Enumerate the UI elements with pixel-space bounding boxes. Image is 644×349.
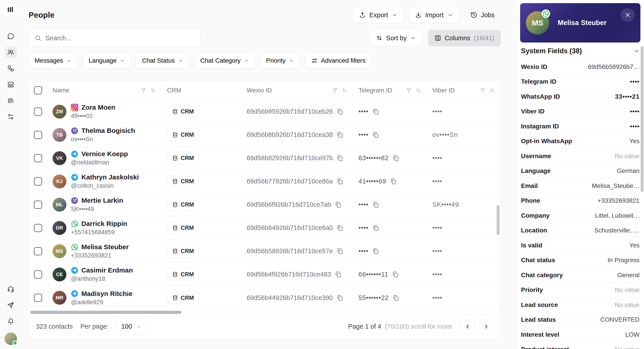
field-row-product-interest[interactable]: Product interest No value: [520, 342, 640, 349]
column-header-telegram-id[interactable]: Telegram ID: [353, 81, 427, 100]
table-row[interactable]: MR Madisyn Ritchie @adelle929 CRM 69d56b…: [29, 286, 501, 309]
field-row-telegram-id[interactable]: Telegram ID ••••: [520, 75, 640, 90]
search-box[interactable]: [28, 30, 200, 47]
sort-by-button[interactable]: Sort by: [370, 30, 422, 46]
field-row-opt-in-whatsapp[interactable]: Opt-in WhatsApp Yes: [520, 134, 640, 149]
crm-button[interactable]: CRM: [167, 198, 199, 211]
column-header-crm[interactable]: CRM: [162, 81, 241, 100]
nav-settings[interactable]: [5, 111, 16, 123]
jobs-button[interactable]: Jobs: [464, 7, 501, 23]
nav-library[interactable]: [5, 95, 16, 107]
field-row-lead-source[interactable]: Lead source No value: [520, 297, 640, 312]
sort-arrows-icon[interactable]: [341, 87, 348, 94]
row-checkbox[interactable]: [34, 108, 42, 116]
column-header-wexio-id[interactable]: Wexio ID: [241, 81, 353, 100]
crm-button[interactable]: CRM: [167, 291, 199, 304]
nav-broadcast[interactable]: [5, 299, 16, 311]
import-button[interactable]: Import: [408, 7, 460, 23]
app-logo[interactable]: [4, 4, 17, 17]
filter-chip-messages[interactable]: Messages: [28, 53, 78, 69]
copy-icon[interactable]: [336, 178, 344, 185]
columns-button[interactable]: Columns (16/41): [428, 30, 501, 46]
table-row[interactable]: TB Thelma Bogisich ov••••Sn CRM 69d56b8b…: [29, 123, 501, 147]
table-row[interactable]: VK Vernice Koepp @neldatillman CRM 69d56…: [29, 147, 501, 170]
copy-icon[interactable]: [392, 154, 400, 162]
filter-funnel-icon[interactable]: [332, 87, 338, 94]
filter-funnel-icon[interactable]: [406, 87, 412, 94]
sort-arrows-icon[interactable]: [150, 87, 156, 94]
filter-chip-chat-status[interactable]: Chat Status: [136, 53, 189, 69]
copy-icon[interactable]: [334, 201, 342, 208]
field-row-chat-status[interactable]: Chat status In Progress: [520, 253, 640, 268]
table-row[interactable]: DR Darrick Rippin +557415684859 CRM 69d5…: [29, 216, 501, 240]
copy-icon[interactable]: [334, 271, 342, 278]
panel-scrollbar-thumb[interactable]: [641, 46, 644, 192]
copy-icon[interactable]: [372, 108, 380, 115]
sort-arrows-icon[interactable]: [489, 87, 495, 94]
row-checkbox[interactable]: [34, 154, 42, 162]
field-row-instagram-id[interactable]: Instagram ID ••••: [520, 119, 640, 134]
column-header-viber-id[interactable]: Viber ID: [427, 81, 501, 100]
row-checkbox[interactable]: [34, 294, 42, 302]
field-row-viber-id[interactable]: Viber ID ••••: [520, 104, 640, 119]
copy-icon[interactable]: [392, 271, 399, 278]
table-row[interactable]: MS Melisa Steuber +33352693821 CRM 69d56…: [29, 240, 501, 263]
row-checkbox[interactable]: [34, 247, 42, 255]
column-header-name[interactable]: Name: [47, 81, 162, 100]
field-row-location[interactable]: Location Schusterville, …: [520, 223, 640, 238]
copy-icon[interactable]: [372, 201, 380, 208]
row-checkbox[interactable]: [34, 224, 42, 232]
vertical-scrollbar-thumb[interactable]: [497, 205, 500, 235]
search-input[interactable]: [46, 35, 194, 42]
row-checkbox[interactable]: [34, 270, 42, 278]
filter-chip-language[interactable]: Language: [83, 53, 131, 69]
copy-icon[interactable]: [372, 247, 380, 255]
export-button[interactable]: Export: [353, 7, 404, 23]
table-row[interactable]: ML Mertie Larkin SK••••49 CRM 69d56b6f92…: [29, 193, 501, 216]
field-row-priority[interactable]: Priority No value: [520, 283, 640, 298]
nav-notifications[interactable]: [5, 315, 16, 327]
nav-support[interactable]: [5, 283, 16, 295]
horizontal-scrollbar[interactable]: [29, 309, 501, 315]
nav-chats[interactable]: [5, 31, 16, 42]
copy-icon[interactable]: [390, 178, 397, 185]
crm-button[interactable]: CRM: [167, 245, 199, 257]
filter-funnel-icon[interactable]: [480, 87, 486, 94]
copy-icon[interactable]: [336, 247, 344, 255]
crm-button[interactable]: CRM: [167, 222, 199, 234]
crm-button[interactable]: CRM: [167, 129, 199, 141]
field-row-email[interactable]: Email Melisa_Steube…: [520, 179, 640, 194]
field-row-wexio-id[interactable]: Wexio ID 69d56b58926b7…: [520, 60, 640, 75]
select-all-checkbox[interactable]: [34, 86, 42, 94]
table-row[interactable]: CE Casimir Erdman @anthony18 CRM 69d56b4…: [29, 263, 501, 286]
nav-people[interactable]: [5, 47, 16, 58]
field-row-lead-status[interactable]: Lead status CONVERTED: [520, 312, 640, 327]
field-row-whatsapp-id[interactable]: WhatsApp ID 33••••21: [520, 89, 640, 104]
copy-icon[interactable]: [336, 131, 344, 139]
prev-page-button[interactable]: [460, 319, 475, 334]
field-row-is-valid[interactable]: Is valid Yes: [520, 238, 640, 253]
filter-chip-priority[interactable]: Priority: [260, 53, 300, 69]
row-checkbox[interactable]: [34, 131, 42, 139]
field-row-interest-level[interactable]: Interest level LOW: [520, 327, 640, 342]
copy-icon[interactable]: [336, 108, 344, 115]
horizontal-scrollbar-thumb[interactable]: [30, 311, 181, 314]
table-row[interactable]: ZM Zora Moen 48••••02 CRM 69d56b95926b71…: [29, 100, 501, 123]
close-panel-button[interactable]: [621, 8, 634, 22]
next-page-button[interactable]: [479, 319, 494, 334]
table-row[interactable]: KJ Kathryn Jaskolski @colton_cassin CRM …: [29, 170, 501, 193]
sort-arrows-icon[interactable]: [415, 87, 421, 94]
advanced-filters-button[interactable]: Advanced filters: [305, 53, 372, 69]
user-avatar[interactable]: [4, 332, 17, 345]
field-row-chat-category[interactable]: Chat category General: [520, 268, 640, 283]
field-row-username[interactable]: Username No value: [520, 149, 640, 164]
crm-button[interactable]: CRM: [167, 105, 199, 118]
row-checkbox[interactable]: [34, 177, 42, 185]
nav-dashboard[interactable]: [5, 79, 16, 90]
field-row-phone[interactable]: Phone +33352693821: [520, 194, 640, 208]
copy-icon[interactable]: [372, 131, 380, 139]
copy-icon[interactable]: [336, 294, 344, 301]
field-row-company[interactable]: Company Littel, Lubowit…: [520, 208, 640, 223]
row-checkbox[interactable]: [34, 201, 42, 209]
crm-button[interactable]: CRM: [167, 152, 199, 164]
